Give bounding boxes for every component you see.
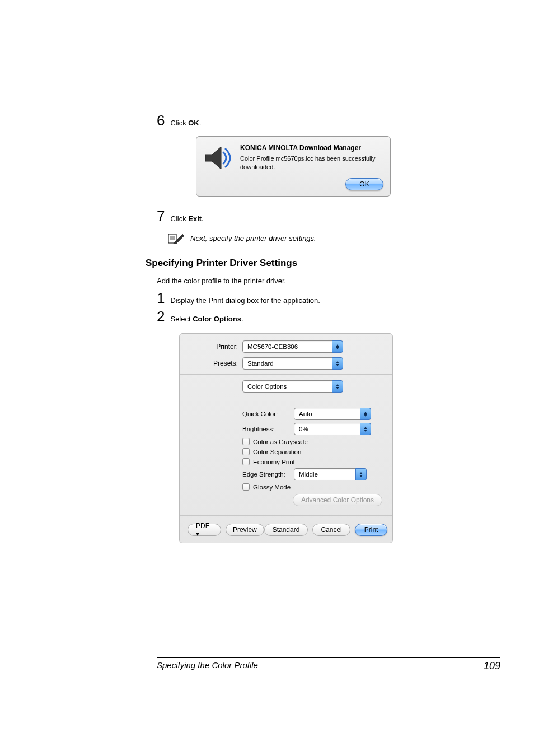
dialog-message: Color Profile mc5670ps.icc has been succ…: [240, 155, 383, 171]
stepper-icon: [360, 423, 371, 435]
pdf-menu-button[interactable]: PDF ▾: [188, 524, 221, 536]
presets-label: Presets:: [188, 360, 242, 367]
step-7-bold: Exit: [188, 214, 202, 223]
edge-strength-label: Edge Strength:: [242, 471, 291, 478]
brightness-select[interactable]: 0%: [294, 423, 371, 435]
download-manager-dialog: KONICA MINOLTA Download Manager Color Pr…: [196, 136, 391, 197]
economy-print-row[interactable]: Economy Print: [242, 458, 385, 465]
step-7-text: Click Exit.: [170, 214, 203, 223]
print-dialog: Printer: MC5670-CEB306 Presets: Standard…: [179, 333, 393, 543]
step-1-text: Display the Print dialog box for the app…: [170, 296, 320, 305]
divider: [180, 374, 392, 375]
ok-button[interactable]: OK: [345, 178, 383, 190]
step-2-post: .: [241, 315, 243, 323]
step-7-number: 7: [157, 208, 165, 225]
step-6-pre: Click: [170, 119, 188, 127]
brightness-label: Brightness:: [242, 426, 291, 432]
checkbox-icon[interactable]: [242, 458, 250, 465]
step-6: 6 Click OK.: [157, 112, 500, 129]
printer-value: MC5670-CEB306: [247, 343, 298, 350]
step-6-bold: OK: [188, 119, 199, 127]
quick-color-row: Quick Color: Auto: [242, 408, 385, 420]
printer-select[interactable]: MC5670-CEB306: [242, 340, 343, 353]
edge-strength-select[interactable]: Middle: [294, 468, 367, 480]
step-6-text: Click OK.: [170, 119, 201, 127]
color-grayscale-row[interactable]: Color as Grayscale: [242, 438, 385, 445]
pane-select[interactable]: Color Options: [242, 380, 343, 393]
stepper-icon: [332, 380, 343, 393]
stepper-icon: [355, 468, 367, 480]
step-2-number: 2: [157, 308, 165, 325]
standard-button[interactable]: Standard: [264, 524, 308, 536]
color-separation-label: Color Separation: [253, 449, 301, 455]
step-7-post: .: [202, 214, 204, 223]
edge-strength-value: Middle: [299, 471, 318, 478]
section-heading: Specifying Printer Driver Settings: [146, 258, 500, 269]
glossy-mode-row[interactable]: Glossy Mode: [242, 483, 385, 491]
quick-color-label: Quick Color:: [242, 410, 291, 417]
dialog-title: KONICA MINOLTA Download Manager: [240, 143, 383, 152]
preview-button[interactable]: Preview: [226, 524, 264, 536]
edge-strength-row: Edge Strength: Middle: [242, 468, 385, 480]
quick-color-value: Auto: [299, 410, 312, 417]
glossy-mode-label: Glossy Mode: [253, 484, 291, 491]
step-1-number: 1: [157, 290, 165, 307]
checkbox-icon[interactable]: [242, 438, 250, 445]
print-button[interactable]: Print: [355, 524, 388, 536]
step-2-pre: Select: [170, 315, 193, 323]
page-number: 109: [484, 660, 500, 672]
step-7-pre: Click: [170, 214, 188, 223]
step-7: 7 Click Exit.: [157, 208, 500, 225]
step-2: 2 Select Color Options.: [157, 308, 500, 325]
advanced-color-options-button[interactable]: Advanced Color Options: [293, 494, 382, 506]
printer-label: Printer:: [188, 343, 242, 351]
step-2-bold: Color Options: [193, 315, 241, 323]
brightness-value: 0%: [299, 426, 308, 432]
checkbox-icon[interactable]: [242, 483, 250, 491]
pencil-note-icon: [168, 232, 185, 244]
color-separation-row[interactable]: Color Separation: [242, 448, 385, 455]
economy-print-label: Economy Print: [253, 459, 295, 465]
stepper-icon: [332, 340, 343, 353]
step-2-text: Select Color Options.: [170, 315, 243, 323]
pane-value: Color Options: [247, 383, 287, 390]
footer-title: Specifying the Color Profile: [157, 660, 258, 672]
cancel-button[interactable]: Cancel: [312, 524, 350, 536]
step-6-post: .: [199, 119, 202, 127]
speaker-icon: [203, 143, 232, 172]
step-6-number: 6: [157, 112, 165, 129]
color-grayscale-label: Color as Grayscale: [253, 438, 308, 445]
quick-color-select[interactable]: Auto: [294, 408, 371, 420]
page-footer: Specifying the Color Profile 109: [157, 657, 500, 672]
presets-value: Standard: [247, 360, 274, 367]
divider: [180, 515, 392, 516]
stepper-icon: [332, 357, 343, 370]
presets-select[interactable]: Standard: [242, 357, 343, 370]
stepper-icon: [360, 408, 371, 420]
intro-text: Add the color profile to the printer dri…: [157, 277, 500, 285]
step-1: 1 Display the Print dialog box for the a…: [157, 290, 500, 307]
brightness-row: Brightness: 0%: [242, 423, 385, 435]
checkbox-icon[interactable]: [242, 448, 250, 455]
note-row: Next, specify the printer driver setting…: [168, 232, 500, 244]
note-text: Next, specify the printer driver setting…: [190, 234, 316, 242]
